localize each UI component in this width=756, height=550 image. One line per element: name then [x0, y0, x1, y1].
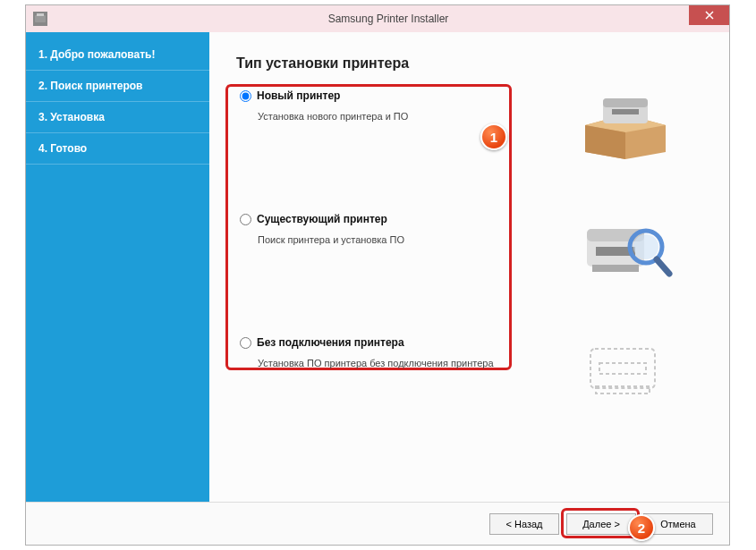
svg-point-10	[633, 234, 658, 259]
svg-rect-3	[603, 98, 648, 107]
sidebar-item-install[interactable]: 3. Установка	[26, 102, 209, 133]
back-button[interactable]: < Назад	[489, 513, 559, 535]
app-icon	[33, 12, 47, 26]
content: 1. Добро пожаловать! 2. Поиск принтеров …	[26, 32, 729, 502]
window-title: Samsung Printer Installer	[47, 13, 729, 25]
sidebar-item-search[interactable]: 2. Поиск принтеров	[26, 71, 209, 102]
svg-rect-4	[612, 109, 639, 114]
svg-rect-13	[599, 363, 646, 374]
option-desc-existing: Поиск принтера и установка ПО	[258, 234, 531, 245]
radio-no-connection[interactable]: Без подключения принтера	[240, 336, 531, 349]
radio-label-noconnect: Без подключения принтера	[257, 336, 404, 349]
close-button[interactable]	[689, 5, 729, 25]
option-desc-noconnect: Установка ПО принтера без подключения пр…	[258, 358, 531, 368]
radio-input-existing[interactable]	[240, 214, 251, 225]
svg-line-11	[657, 259, 669, 274]
radio-label-new: Новый принтер	[257, 89, 340, 102]
svg-rect-8	[592, 265, 639, 272]
option-existing-printer: Существующий принтер Поиск принтера и ус…	[236, 213, 702, 283]
sidebar-item-welcome[interactable]: 1. Добро пожаловать!	[26, 39, 209, 71]
next-button[interactable]: Далее >	[566, 513, 636, 535]
options-group: Новый принтер Установка нового принтера …	[236, 89, 702, 399]
svg-rect-0	[35, 15, 46, 22]
radio-existing-printer[interactable]: Существующий принтер	[240, 213, 531, 225]
printer-search-icon	[563, 213, 688, 283]
footer: < Назад Далее > Отмена	[26, 502, 729, 545]
sidebar-item-done[interactable]: 4. Готово	[26, 133, 209, 165]
radio-input-new[interactable]	[240, 90, 251, 102]
sidebar: 1. Добро пожаловать! 2. Поиск принтеров …	[26, 32, 209, 502]
radio-label-existing: Существующий принтер	[257, 213, 387, 225]
svg-rect-1	[37, 13, 44, 16]
annotation-badge-2: 2	[628, 514, 655, 541]
main-panel: Тип установки принтера Новый принтер Уст…	[209, 32, 729, 502]
window: Samsung Printer Installer 1. Добро пожал…	[25, 4, 730, 546]
titlebar: Samsung Printer Installer	[26, 5, 729, 32]
option-no-connection: Без подключения принтера Установка ПО пр…	[236, 336, 702, 399]
annotation-badge-1: 1	[480, 123, 507, 150]
option-new-printer: Новый принтер Установка нового принтера …	[236, 89, 702, 159]
page-title: Тип установки принтера	[236, 55, 702, 72]
printer-in-box-icon	[563, 89, 688, 159]
option-desc-new: Установка нового принтера и ПО	[258, 111, 531, 122]
printer-outline-icon	[563, 336, 688, 399]
radio-input-noconnect[interactable]	[240, 337, 251, 349]
radio-new-printer[interactable]: Новый принтер	[240, 89, 531, 102]
